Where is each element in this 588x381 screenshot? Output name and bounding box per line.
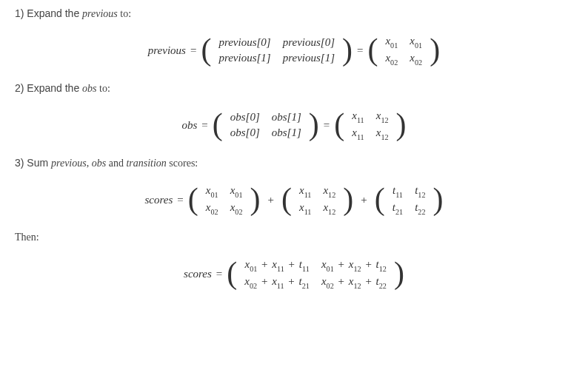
step-2-suffix: to: [97, 83, 110, 94]
equation-1: previous = previous[0] previous[0] previ… [15, 33, 573, 67]
eq-sign: = [324, 119, 330, 132]
eq3-matC: t11 t12 t21 t22 [375, 183, 444, 217]
eq4-lhs: scores [184, 268, 212, 280]
then-label: Then: [15, 232, 573, 243]
eq2-mat1: obs[0] obs[1] obs[0] obs[1] [213, 109, 319, 141]
step-2-label: 2) Expand the obs to: [15, 82, 573, 95]
eq4-mat: x01 + x11 + t11 x01 + x12 + t12 [227, 257, 404, 291]
eq1-mat2: x01 x01 x02 x02 [367, 33, 440, 67]
eq-sign: = [216, 268, 222, 280]
step-1-prefix: 1) Expand the [15, 7, 82, 19]
eq-sign: = [177, 194, 183, 206]
step-1-suffix: to: [118, 8, 131, 19]
eq3-matA: x01 x01 x02 x02 [188, 183, 261, 217]
step-2-italic: obs [82, 83, 96, 94]
eq2-mat2: x11 x12 x11 x12 [334, 108, 406, 142]
step-3-prefix: 3) Sum [15, 157, 51, 169]
eq3-lhs: scores [145, 194, 173, 206]
eq-sign: = [190, 44, 196, 57]
plus-sign: + [361, 194, 367, 206]
eq1-lhs: previous [148, 44, 186, 57]
eq-sign: = [357, 44, 363, 57]
step-2-prefix: 2) Expand the [15, 82, 82, 94]
eq-sign: = [201, 119, 207, 132]
equation-2: obs = obs[0] obs[1] obs[0] obs[1] = x11 … [15, 108, 573, 142]
step-1-label: 1) Expand the previous to: [15, 7, 573, 20]
step-3-label: 3) Sum previous, obs and transition scor… [15, 157, 573, 169]
step-1-italic: previous [82, 8, 118, 19]
eq2-lhs: obs [181, 119, 197, 132]
equation-4: scores = x01 + x11 + t11 x01 + x12 [15, 257, 573, 291]
equation-3: scores = x01 x01 x02 x02 + x11 x12 [15, 183, 573, 217]
eq3-matB: x11 x12 x11 x12 [281, 183, 353, 217]
eq1-mat1: previous[0] previous[0] previous[1] prev… [201, 35, 353, 66]
plus-sign: + [267, 194, 273, 206]
